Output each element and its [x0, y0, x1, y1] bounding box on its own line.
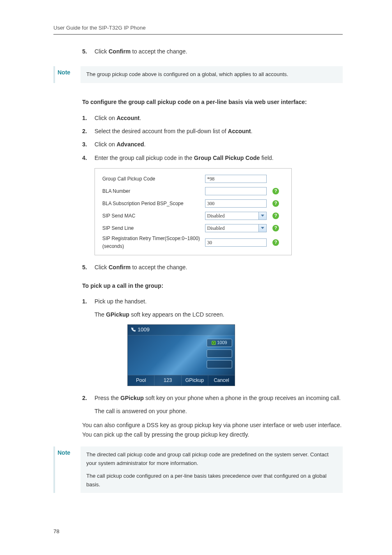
step-number: 5.: [82, 263, 95, 272]
page-header: User Guide for the SIP-T32G IP Phone: [53, 25, 343, 35]
section-heading: To configure the group call pickup code …: [82, 97, 343, 106]
lcd-screenshot: 1009 1009 Pool 123 GPickup Cancel: [127, 324, 235, 386]
lcd-line-slot-empty: [207, 360, 232, 368]
config-label: BLA Number: [102, 187, 205, 195]
step-text: Enter the group call pickup code in the …: [95, 153, 274, 162]
step-row: 4.Enter the group call pickup code in th…: [82, 153, 343, 162]
bold-text: Account: [228, 128, 251, 134]
config-row: Group Call Pickup Code*98: [102, 173, 284, 185]
config-row: SIP Send MACDisabled?: [102, 210, 284, 222]
handset-icon: [130, 326, 136, 333]
step-row: 5. Click Confirm to accept the change.: [82, 47, 343, 56]
config-select[interactable]: Disabled: [205, 212, 267, 220]
lcd-softkey-bar: Pool 123 GPickup Cancel: [128, 375, 235, 386]
step-number: 3.: [82, 140, 95, 149]
config-label: BLA Subscription Period BSP_Scope: [102, 200, 205, 208]
softkey-cancel: Cancel: [208, 375, 235, 386]
step-row: 2.Select the desired account from the pu…: [82, 127, 343, 136]
help-icon[interactable]: ?: [272, 239, 279, 246]
body-content: 5. Click Confirm to accept the change. N…: [53, 47, 343, 493]
step-text: Press the GPickup soft key on your phone…: [95, 393, 341, 402]
text: The: [95, 311, 106, 318]
note-text: The group pickup code above is configure…: [86, 70, 337, 79]
text: Click on: [95, 115, 117, 121]
text: Click: [95, 264, 108, 271]
step-row: 5. Click Confirm to accept the change.: [82, 263, 343, 272]
help-icon[interactable]: ?: [272, 188, 279, 194]
note-block: Note The group pickup code above is conf…: [53, 66, 343, 83]
note-text: The call pickup code configured on a per…: [86, 472, 337, 489]
step-text: Click on Advanced.: [95, 140, 146, 149]
lcd-top-bar: 1009: [128, 325, 235, 335]
text: .: [140, 115, 141, 121]
config-row: SIP Registration Retry Timer(Scope:0~180…: [102, 234, 284, 251]
chevron-down-icon: [261, 227, 264, 229]
step-subtext: The call is answered on your phone.: [95, 407, 343, 416]
lcd-main-area: 1009: [128, 335, 235, 375]
config-input[interactable]: [205, 187, 267, 195]
config-label: SIP Send MAC: [102, 212, 205, 220]
note-block: Note The directed call pickup code and g…: [53, 446, 343, 493]
config-input[interactable]: 30: [205, 238, 267, 247]
config-row: BLA Number?: [102, 185, 284, 197]
step-text: Click Confirm to accept the change.: [95, 47, 187, 56]
softkey-gpickup: GPickup: [182, 375, 208, 386]
text: Click on: [95, 141, 117, 148]
bold-text: GPickup: [120, 395, 144, 401]
config-row: SIP Send LineDisabled?: [102, 222, 284, 234]
step-text: Click Confirm to accept the change.: [95, 263, 187, 272]
help-icon[interactable]: ?: [272, 225, 279, 231]
step-number: 2.: [82, 393, 95, 402]
text: .: [144, 141, 146, 148]
page-number: 78: [53, 528, 59, 534]
config-row: BLA Subscription Period BSP_Scope300?: [102, 197, 284, 210]
step-number: 5.: [82, 47, 95, 56]
bold-text: Advanced: [117, 141, 144, 148]
text: soft key appears on the LCD screen.: [129, 311, 224, 318]
step-number: 1.: [82, 113, 95, 123]
softkey-123: 123: [154, 375, 181, 386]
text: to accept the change.: [131, 48, 187, 55]
text: field.: [260, 155, 273, 161]
step-number: 2.: [82, 127, 95, 136]
config-input[interactable]: *98: [205, 175, 267, 183]
lcd-top-number: 1009: [138, 326, 150, 334]
step-row: 3.Click on Advanced.: [82, 140, 343, 149]
chevron-down-icon: [261, 215, 264, 217]
step-number: 4.: [82, 153, 95, 162]
note-label: Note: [55, 446, 81, 457]
config-label: SIP Registration Retry Timer(Scope:0~180…: [102, 235, 205, 250]
bold-text: Group Call Pickup Code: [194, 155, 260, 161]
text: Press the: [95, 395, 120, 401]
step-subtext: The GPickup soft key appears on the LCD …: [95, 310, 343, 319]
note-body: The directed call pickup code and group …: [81, 446, 343, 493]
step-row: 2. Press the GPickup soft key on your ph…: [82, 393, 343, 402]
step-text: Pick up the handset.: [95, 297, 147, 306]
text: .: [251, 128, 253, 134]
step-text: Click on Account.: [95, 113, 141, 123]
note-text: The directed call pickup code and group …: [86, 451, 337, 468]
lcd-line-slot: 1009: [207, 339, 232, 347]
config-screenshot: Group Call Pickup Code*98BLA Number?BLA …: [95, 168, 292, 255]
step-number: 1.: [82, 297, 95, 306]
note-body: The group pickup code above is configure…: [81, 66, 343, 83]
config-input[interactable]: 300: [205, 199, 267, 208]
help-icon[interactable]: ?: [272, 200, 279, 207]
step-text: Select the desired account from the pull…: [95, 127, 252, 136]
help-icon[interactable]: ?: [272, 213, 279, 219]
bold-text: Account: [117, 115, 140, 121]
text: Enter the group call pickup code in the: [95, 155, 194, 161]
step-row: 1.Click on Account.: [82, 113, 343, 123]
note-label: Note: [55, 66, 81, 77]
lcd-line-number: 1009: [217, 339, 227, 347]
body-paragraph: You can also configure a DSS key as grou…: [82, 421, 343, 439]
config-select[interactable]: Disabled: [205, 224, 267, 232]
bold-text: Confirm: [108, 48, 131, 55]
bold-text: GPickup: [106, 311, 129, 318]
text: to accept the change.: [131, 264, 187, 271]
step-row: 1. Pick up the handset.: [82, 297, 343, 306]
bold-text: Confirm: [108, 264, 131, 271]
config-label: SIP Send Line: [102, 224, 205, 232]
text: Select the desired account from the pull…: [95, 128, 228, 134]
phone-icon: [212, 341, 216, 345]
